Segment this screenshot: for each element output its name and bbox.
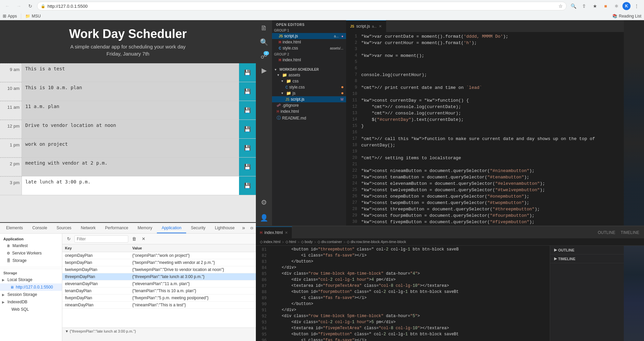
sidebar-storage-item[interactable]: 🗄 Storage [0, 257, 62, 264]
line-content: console.log(currentHour); [361, 72, 624, 78]
save-button[interactable]: 💾 [239, 101, 256, 120]
code-line: 28 "kw">const threepmButton = document.q… [346, 206, 624, 212]
table-row[interactable]: onepmDayPlan {"onepmPlan":"work on proje… [62, 252, 256, 259]
file-index-html-g2[interactable]: H index.html [272, 57, 346, 63]
timeline-header[interactable]: ▶ TIMELINE [550, 254, 624, 263]
file-gitignore[interactable]: ☍ .gitignore [272, 102, 346, 108]
schedule-textarea[interactable]: Drive to vendor location at noon [22, 120, 239, 138]
code-line: 9 "cmt">// print current date and time o… [346, 84, 624, 91]
line-number: 8 [346, 78, 361, 84]
sidebar-session-storage[interactable]: ▶ Session Storage [0, 291, 62, 298]
filter-input[interactable] [74, 235, 128, 243]
devtools-settings-icon[interactable]: ⛭ [248, 224, 256, 233]
search-activity-icon[interactable]: 🔍 [258, 36, 270, 48]
tab-lighthouse[interactable]: Lighthouse [210, 223, 239, 233]
app-header: Work Day Scheduler A simple calendar app… [0, 20, 256, 63]
url-bar[interactable]: 🔒 http://127.0.0.1:5500 ☆ [37, 2, 567, 10]
table-row[interactable]: twopmDayPlan {"twopmPlan":"meeting with … [62, 259, 256, 266]
extension-icon[interactable]: ■ [601, 1, 610, 11]
close-filter-button[interactable]: ✕ [140, 235, 147, 243]
apps-bookmark[interactable]: ⊞ Apps [3, 13, 17, 19]
tab-more[interactable]: » [239, 223, 248, 233]
file-index-html-open[interactable]: H index.html [272, 39, 346, 45]
bookmark-icon[interactable]: ★ [590, 1, 600, 11]
share-icon[interactable]: ⇧ [579, 1, 589, 11]
sidebar-manifest[interactable]: 🗎 Manifest [0, 242, 62, 249]
file-style-css-open[interactable]: C style.css assets/... [272, 45, 346, 51]
sidebar-service-workers[interactable]: ⚙ Service Workers [0, 249, 62, 257]
tab-application[interactable]: Application [157, 223, 186, 233]
html-tab-icon: H [260, 231, 262, 235]
debug-icon[interactable]: ▶ [258, 64, 270, 77]
table-row[interactable]: threepmDayPlan {"threepmPlan":"late lunc… [62, 273, 256, 280]
git-icon[interactable]: ☍ 2 [258, 50, 270, 63]
save-button[interactable]: 💾 [239, 82, 256, 101]
table-row[interactable]: nineamDayPlan {"nineamPlan":"This is a t… [62, 302, 256, 309]
msu-bookmark[interactable]: 📁 MSU [25, 14, 41, 19]
outline-header[interactable]: ▶ OUTLINE [550, 246, 624, 254]
explorer-icon[interactable]: 🗎 [258, 22, 270, 34]
table-cell-val: {"tenamPlan":"This is 10 a.m. plan"} [130, 287, 256, 294]
save-button[interactable]: 💾 [239, 120, 256, 138]
zoom-icon[interactable]: 🔍 [569, 1, 578, 11]
line-number: 26 [346, 193, 361, 200]
script-modified-dot: M [341, 98, 343, 101]
save-button[interactable]: 💾 [239, 158, 256, 176]
tab-network[interactable]: Network [76, 223, 100, 233]
tab-console[interactable]: Console [28, 223, 52, 233]
file-index-html-tree[interactable]: H index.html [272, 108, 346, 114]
reload-button[interactable]: ↻ [26, 1, 35, 11]
tab-index-html[interactable]: H index.html ✕ [256, 227, 292, 238]
code-line: 29 "kw">const fourpmButton = document.qu… [346, 212, 624, 219]
bottom-code-content[interactable]: <button id="threepmbutton" class=" col-2… [269, 246, 550, 341]
css-folder[interactable]: ▼ 📁 css [272, 78, 346, 84]
back-button[interactable]: ← [3, 1, 12, 11]
file-style-css-tree[interactable]: C style.css [272, 84, 346, 90]
star-icon[interactable]: ☆ [558, 3, 563, 9]
sidebar-indexeddb[interactable]: ▶ IndexedDB [0, 298, 62, 306]
schedule-textarea[interactable]: This is 10 a.m. plan [22, 82, 239, 101]
file-script-js-tree[interactable]: JS script.js M [272, 96, 346, 102]
line-content: "kw">const tenamButton = document.queryS… [361, 174, 624, 180]
menu-button[interactable]: ⋮ [632, 1, 641, 11]
tab-script-js[interactable]: JS script.js a... ✕ [346, 20, 386, 32]
accounts-icon[interactable]: 👤 [258, 211, 270, 224]
settings-icon[interactable]: ⚛ [612, 1, 621, 11]
sidebar-localhost-item[interactable]: 🖥 http://127.0.0.1:5500 [0, 283, 62, 291]
assets-folder[interactable]: ▼ 📁 assets [272, 72, 346, 78]
tab-memory[interactable]: Memory [133, 223, 157, 233]
table-row[interactable]: elevenamDayPlan {"elevenamPlan":"11 a.m.… [62, 280, 256, 287]
browser-chrome: ← → ↻ 🔒 http://127.0.0.1:5500 ☆ 🔍 ⇧ ★ ■ … [0, 0, 644, 20]
tab-security[interactable]: Security [186, 223, 210, 233]
html-tab-close[interactable]: ✕ [285, 231, 288, 235]
table-row[interactable]: tenamDayPlan {"tenamPlan":"This is 10 a.… [62, 287, 256, 295]
tab-sources[interactable]: Sources [52, 223, 76, 233]
table-cell-key: twelvepmDayPlan [62, 266, 130, 273]
save-button[interactable]: 💾 [239, 139, 256, 157]
sidebar-websql[interactable]: Web SQL [0, 306, 62, 313]
schedule-textarea[interactable]: work on project [22, 139, 239, 157]
table-row[interactable]: fivepmDayPlan {"fivepmPlan":"5 p.m. meet… [62, 295, 256, 302]
reading-list-bookmark[interactable]: 📚 Reading List [612, 14, 641, 19]
tab-close-icon[interactable]: ✕ [379, 24, 382, 29]
tab-elements[interactable]: Elements [1, 223, 28, 233]
js-folder[interactable]: ▼ 📁 js [272, 90, 346, 96]
file-script-js-open[interactable]: JS script.js a... ● [272, 33, 346, 39]
settings-activity-icon[interactable]: ⚙ [258, 196, 270, 209]
schedule-textarea[interactable]: late lunch at 3:00 p.m. [22, 176, 239, 195]
forward-button[interactable]: → [14, 1, 24, 11]
save-button[interactable]: 💾 [239, 63, 256, 82]
workday-scheduler-root[interactable]: ▼ WORKDAY-SCHEDULER [272, 67, 346, 72]
schedule-textarea[interactable]: 11 a.m. plan [22, 101, 239, 120]
schedule-textarea[interactable]: meeting with vendor at 2 p.m. [22, 158, 239, 176]
profile-avatar[interactable]: K [622, 2, 631, 10]
delete-all-button[interactable]: 🗑 [130, 235, 138, 243]
schedule-textarea[interactable]: This is a test [22, 63, 239, 82]
tab-performance[interactable]: Performance [100, 223, 133, 233]
sidebar-local-storage[interactable]: ▶ Local Storage [0, 276, 62, 283]
table-row[interactable]: twelvepmDayPlan {"twelvepmPlan":"Drive t… [62, 266, 256, 273]
save-button[interactable]: 💾 [239, 176, 256, 195]
file-readme[interactable]: ⓘ README.md [272, 114, 346, 122]
scheduler: 9 am This is a test 💾 10 am This is 10 a… [0, 63, 256, 222]
refresh-button[interactable]: ↻ [65, 235, 72, 243]
